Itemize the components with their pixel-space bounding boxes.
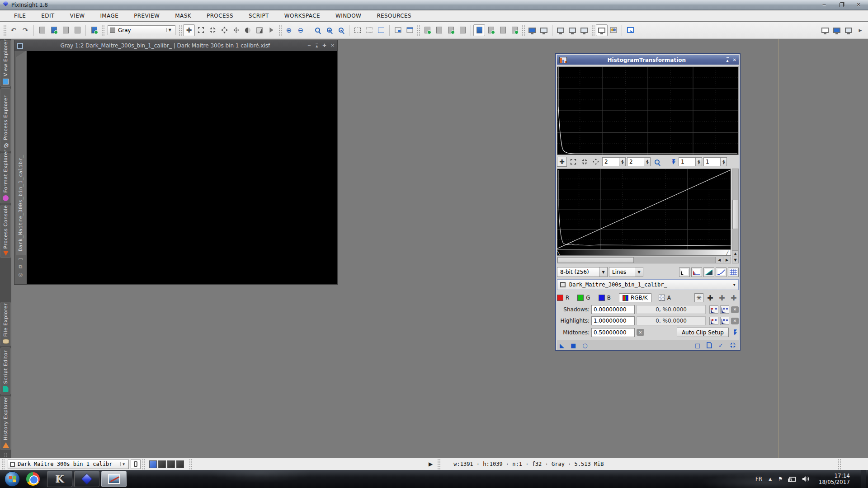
scroll-down-icon[interactable]: ▼ [732, 257, 738, 263]
select-cursor-icon[interactable] [265, 24, 277, 36]
new-image-icon[interactable] [36, 24, 48, 36]
menu-edit[interactable]: EDIT [33, 13, 62, 19]
tray-clock[interactable]: 17:14 18/05/2017 [819, 473, 850, 485]
vscroll-thumb[interactable] [732, 200, 738, 229]
readout-mode-icon[interactable] [555, 24, 566, 36]
monitor-preview-icon[interactable] [831, 24, 843, 36]
midtones-reset-icon[interactable]: ✕ [637, 329, 644, 336]
show-histogram-icon[interactable] [679, 267, 690, 277]
zoom-in-icon[interactable]: ⊕ [283, 24, 295, 36]
hscroll-thumb[interactable] [557, 257, 634, 263]
vertical-zoom-value[interactable]: 2 [627, 158, 644, 166]
browse-documentation-icon[interactable] [707, 342, 712, 348]
resolution-select[interactable]: 8-bit (256) ▼ [557, 267, 608, 277]
edit-mask-icon[interactable] [433, 24, 445, 36]
image-window-titlebar[interactable]: Gray 1:2 Dark_Maitre_300s_bin_1_calibr_ … [14, 40, 337, 51]
auto-clip-setup-button[interactable]: Auto Clip Setup [677, 328, 729, 337]
menu-workspace[interactable]: WORKSPACE [277, 13, 328, 19]
highlights-input[interactable] [591, 316, 635, 325]
equalized-histogram-icon[interactable]: ✚ [717, 293, 727, 303]
new-instance-icon[interactable]: ◣ [560, 342, 564, 349]
scroll-up-icon[interactable]: ▲ [732, 250, 738, 257]
working-mode-icon[interactable]: ✳ [694, 293, 703, 302]
tab-process-explorer[interactable]: Process Explorer ⚙ [0, 88, 11, 151]
invert-mask-icon[interactable] [445, 24, 457, 36]
channel-green-button[interactable]: G [577, 295, 590, 301]
chevron-down-icon[interactable]: ▼ [599, 267, 607, 277]
show-filled-graph-icon[interactable] [703, 267, 714, 277]
menu-process[interactable]: PROCESS [199, 13, 241, 19]
toolbar-grip[interactable] [417, 25, 420, 36]
scroll-right-icon[interactable]: ▶ [723, 257, 731, 263]
spin-down-icon[interactable]: ▼ [698, 162, 700, 164]
maximize-view-icon[interactable] [404, 24, 415, 36]
remove-mask-icon[interactable] [457, 24, 468, 36]
show-hidden-icons-icon[interactable]: ▲ [769, 477, 772, 481]
iconize-image-icon[interactable] [71, 24, 83, 36]
horizontal-zoom-value[interactable]: 2 [603, 158, 619, 166]
transfer-function-plot[interactable] [557, 169, 731, 250]
toolbar-grip[interactable] [179, 25, 182, 36]
tab-history-explorer[interactable]: History Explorer [0, 396, 11, 450]
realtime-preview-icon[interactable]: ○ [582, 342, 587, 349]
reset-icon[interactable] [730, 342, 736, 348]
vertical-zoom-spin[interactable]: 2 ▲▼ [627, 157, 651, 166]
language-indicator[interactable]: FR [755, 476, 762, 482]
new-mask-icon[interactable] [421, 24, 433, 36]
channel-alpha-button[interactable]: A [659, 295, 671, 301]
shadows-clip-icon[interactable] [709, 305, 718, 314]
window-minimize-button[interactable]: − [817, 1, 831, 9]
window-restore-button[interactable] [835, 1, 848, 9]
image-window[interactable]: Gray 1:2 Dark_Maitre_300s_bin_1_calibr_ … [14, 40, 338, 285]
screen-stretch-reset-icon[interactable] [538, 24, 550, 36]
horizontal-scrollbar[interactable]: ◀ ▶ [557, 257, 731, 263]
active-view-select[interactable]: Dark_Maitre_300s_bin_1_calibr_ ▼ [8, 460, 129, 469]
edit-preview-mode-icon[interactable] [363, 24, 375, 36]
flip-display-icon[interactable] [254, 24, 265, 36]
selection-target-icon[interactable]: ◎ [19, 271, 23, 278]
readout-options-icon[interactable] [578, 24, 590, 36]
image-close-icon[interactable]: ✕ [331, 43, 335, 49]
workspace-icon[interactable] [624, 24, 636, 36]
pan-plot-icon[interactable] [591, 157, 601, 167]
readout-track-icon[interactable]: ✚ [557, 157, 567, 167]
shrink-windows-icon[interactable] [207, 24, 218, 36]
toolbar-grip[interactable] [101, 25, 104, 36]
action-center-flag-icon[interactable]: ⚑ [778, 476, 783, 482]
image-zoom-icon[interactable]: ✚ [322, 43, 326, 49]
channel-red-button[interactable]: R [557, 295, 569, 301]
view-mode-box-icon[interactable] [131, 460, 141, 469]
zoom-fit-icon[interactable]: + [323, 24, 335, 36]
screen-stretch-icon[interactable] [526, 24, 538, 36]
menu-mask[interactable]: MASK [167, 13, 199, 19]
view-mode-select[interactable]: Gray ▼ [108, 25, 175, 35]
stf-enabled-icon[interactable] [596, 24, 608, 36]
selection-copy-icon[interactable]: ⧉ [19, 263, 23, 271]
undo-icon[interactable]: ↶ [8, 24, 19, 36]
execute-icon[interactable]: ✓ [718, 342, 723, 349]
show-mask-icon[interactable] [473, 24, 485, 36]
toolbar-grip[interactable] [522, 25, 525, 36]
window-select-icon[interactable] [17, 43, 23, 49]
fit-window-icon[interactable] [218, 24, 230, 36]
track-view-icon[interactable]: □ [695, 342, 700, 349]
statusbar-grip[interactable] [1, 459, 5, 469]
tab-process-console[interactable]: Process Console [0, 205, 11, 258]
menu-window[interactable]: WINDOW [328, 13, 369, 19]
image-side-tab[interactable]: Dark_Maitre_300s_bin_1_calibr_ [16, 51, 26, 255]
toolbar-grip[interactable] [3, 25, 6, 36]
raw-histogram-icon[interactable]: ✚ [705, 293, 715, 303]
zoom-optimal-icon[interactable]: - [335, 24, 347, 36]
target-view-select[interactable]: Dark_Maitre_300s_bin_1_calibr_ ▼ [557, 279, 739, 290]
zoom-out-icon[interactable]: ⊖ [295, 24, 307, 36]
apply-icon[interactable]: ■ [571, 342, 576, 349]
dialog-shade-icon[interactable]: ▴ [726, 57, 729, 63]
statusbar-grip[interactable] [437, 459, 440, 469]
chevron-down-icon[interactable]: ▼ [166, 28, 173, 32]
section-collapse-icon[interactable]: ▼▼ [669, 160, 677, 164]
redo-icon[interactable]: ↷ [19, 24, 31, 36]
dynamic-crop-icon[interactable] [375, 24, 387, 36]
highlights-reset-icon[interactable]: ✕ [731, 318, 739, 324]
menu-resources[interactable]: RESOURCES [369, 13, 419, 19]
statusbar-grip[interactable] [142, 459, 145, 469]
